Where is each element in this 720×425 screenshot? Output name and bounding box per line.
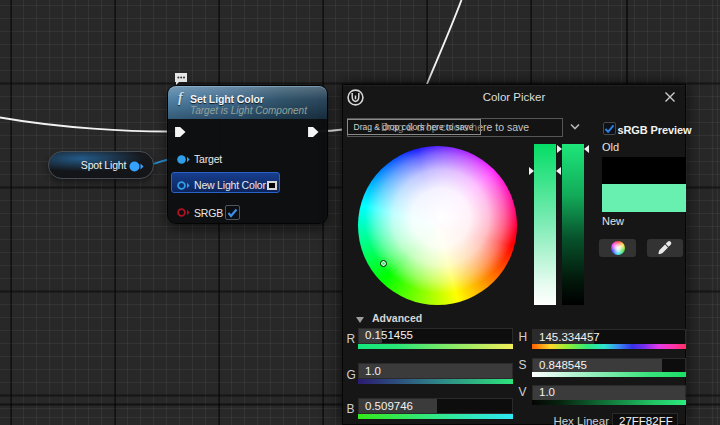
saturation-handle-left[interactable] <box>529 167 534 175</box>
saturation-bar[interactable] <box>534 144 556 305</box>
node-header[interactable]: f Set Light Color Target is Light Compon… <box>168 86 327 119</box>
channel-gradient-b[interactable] <box>358 414 513 419</box>
color-pin-swatch[interactable] <box>267 181 277 190</box>
channel-spinbox-g[interactable]: 1.0 <box>358 363 513 379</box>
node-subtitle: Target is Light Component <box>190 105 307 116</box>
check-icon <box>604 124 615 134</box>
channel-gradient-s[interactable] <box>532 372 686 377</box>
exec-output-pin[interactable] <box>308 127 319 137</box>
old-color-swatch[interactable] <box>602 157 686 184</box>
hex-linear-label: Hex Linear <box>551 415 609 425</box>
channel-label-h: H <box>519 330 528 344</box>
blueprint-graph-canvas[interactable]: Spot Light f Set Light Color Target is L… <box>0 0 720 425</box>
dialog-title: Color Picker <box>343 91 685 103</box>
channel-spinbox-s[interactable]: 0.848545 <box>532 358 686 374</box>
node-set-light-color[interactable]: f Set Light Color Target is Light Compon… <box>167 85 328 224</box>
color-wheel-cursor[interactable] <box>380 260 387 267</box>
channel-label-s: S <box>519 358 527 372</box>
color-wheel-icon <box>611 241 625 255</box>
exec-wire-in[interactable] <box>0 118 176 132</box>
wheel-mode-button[interactable] <box>599 239 636 257</box>
channel-fill-v <box>533 386 685 400</box>
old-color-label: Old <box>602 141 619 153</box>
advanced-collapse-arrow[interactable] <box>356 317 364 323</box>
eyedropper-icon <box>657 240 673 255</box>
function-icon: f <box>178 90 183 106</box>
hex-linear-input[interactable]: 27FF82FF <box>612 413 678 425</box>
color-pin[interactable] <box>177 180 190 191</box>
channel-label-r: R <box>347 332 356 346</box>
dialog-titlebar[interactable]: Color Picker <box>343 85 685 111</box>
channel-value-v: 1.0 <box>539 386 555 398</box>
object-output-pin[interactable] <box>129 160 144 173</box>
value-bar[interactable] <box>562 144 584 305</box>
channel-label-v: V <box>519 385 527 399</box>
variable-node-spot-light[interactable]: Spot Light <box>48 151 154 179</box>
channel-value-b: 0.509746 <box>365 400 413 412</box>
channel-spinbox-v[interactable]: 1.0 <box>532 385 686 401</box>
channel-label-b: B <box>347 402 355 416</box>
advanced-section-label[interactable]: Advanced <box>372 312 422 324</box>
channel-value-g: 1.0 <box>365 365 381 377</box>
pin-row-target: Target <box>168 152 222 166</box>
exec-wire-top[interactable] <box>427 0 462 84</box>
value-handle-left[interactable] <box>557 145 562 153</box>
srgb-pin[interactable] <box>177 207 190 218</box>
channel-value-h: 145.334457 <box>539 331 600 343</box>
srgb-preview-label: sRGB Preview <box>618 124 692 136</box>
pin-row-srgb: SRGB <box>168 205 240 220</box>
chevron-down-icon[interactable] <box>570 123 580 130</box>
close-icon[interactable] <box>664 91 676 103</box>
srgb-checkbox[interactable] <box>225 205 240 220</box>
srgb-preview-checkbox[interactable] <box>603 122 616 135</box>
channel-gradient-g[interactable] <box>358 379 513 384</box>
new-color-label: New <box>602 215 624 227</box>
target-pin[interactable] <box>177 154 190 165</box>
channel-label-g: G <box>347 368 356 382</box>
channel-fill-g <box>359 364 512 378</box>
theme-tooltip: Drag & drop colors here to save <box>347 119 481 136</box>
channel-spinbox-h[interactable]: 145.334457 <box>532 329 686 345</box>
saturation-handle-right[interactable] <box>556 167 561 175</box>
value-handle-right[interactable] <box>584 145 589 153</box>
channel-gradient-v[interactable] <box>532 400 686 405</box>
exec-input-pin[interactable] <box>175 127 186 137</box>
color-pin-label: New Light Color <box>194 179 266 191</box>
comment-bubble-icon[interactable] <box>174 72 188 86</box>
channel-gradient-r[interactable] <box>358 344 513 349</box>
channel-value-s: 0.848545 <box>539 359 587 371</box>
new-color-swatch[interactable] <box>602 184 686 212</box>
color-wheel[interactable] <box>358 146 517 305</box>
channel-value-r: 0.151455 <box>365 329 413 341</box>
channel-spinbox-r[interactable]: 0.151455 <box>358 328 513 344</box>
pin-row-new-light-color: New Light Color <box>168 178 277 192</box>
color-picker-dialog[interactable]: Color Picker Drag & drop colors here to … <box>342 84 686 425</box>
target-pin-label: Target <box>194 153 222 165</box>
check-icon <box>227 208 238 218</box>
channel-spinbox-b[interactable]: 0.509746 <box>358 398 513 414</box>
variable-node-label: Spot Light <box>76 159 131 171</box>
node-title: Set Light Color <box>190 93 264 105</box>
srgb-pin-label: SRGB <box>194 207 223 219</box>
eyedropper-button[interactable] <box>647 239 683 257</box>
channel-gradient-h[interactable] <box>532 344 686 349</box>
